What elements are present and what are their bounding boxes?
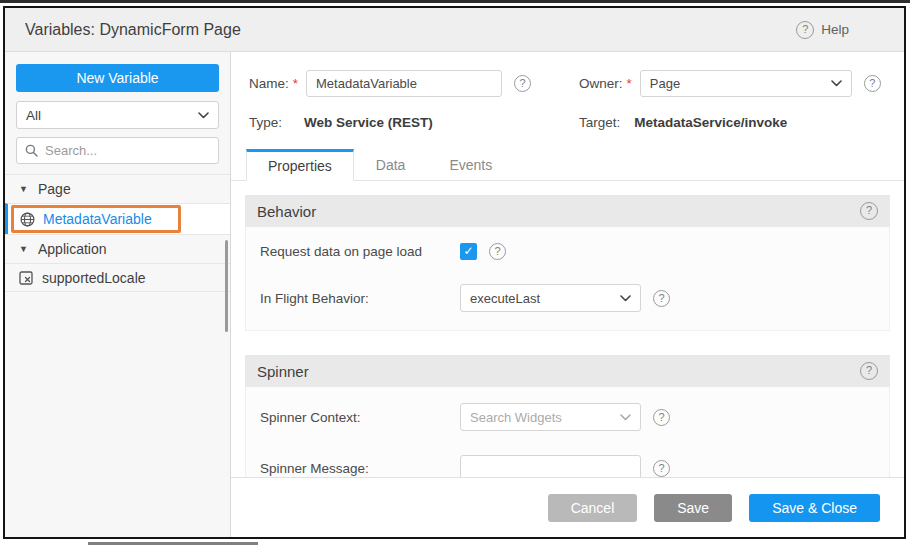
tree-group-application[interactable]: ▼ Application [5, 234, 230, 263]
caret-down-icon[interactable]: ▼ [19, 184, 29, 194]
variable-filter-select[interactable]: All [16, 101, 219, 129]
tree-item-label: supportedLocale [42, 270, 146, 286]
detail-tabbar: Properties Data Events [231, 148, 904, 181]
variable-detail-panel: Name: * ? Owner: * Page [231, 52, 904, 537]
sidebar-scrollbar-thumb[interactable] [225, 240, 228, 332]
cancel-button[interactable]: Cancel [548, 494, 638, 522]
request-data-help-icon[interactable]: ? [489, 243, 506, 260]
search-icon [25, 144, 38, 157]
spinner-context-row: Spinner Context: Search Widgets ? [246, 391, 889, 443]
in-flight-help-icon[interactable]: ? [653, 290, 670, 307]
in-flight-label: In Flight Behavior: [260, 291, 460, 306]
name-label: Name: [249, 76, 289, 91]
variables-dialog: Variables: DynamicForm Page ? Help New V… [3, 6, 906, 539]
required-asterisk: * [627, 76, 632, 91]
spinner-context-label: Spinner Context: [260, 410, 460, 425]
request-data-row: Request data on page load ✓ ? [246, 231, 889, 272]
target-value: MetadataService/invoke [634, 115, 787, 130]
target-label: Target: [579, 115, 620, 130]
dialog-title: Variables: DynamicForm Page [25, 21, 241, 39]
name-input[interactable] [306, 70, 502, 97]
behavior-section: Behavior ? Request data on page load ✓ ?… [245, 195, 890, 331]
variables-sidebar: New Variable All ▼ Page [5, 52, 231, 537]
in-flight-select-value: executeLast [470, 291, 620, 306]
save-and-close-button[interactable]: Save & Close [749, 494, 880, 522]
chevron-down-icon [831, 80, 842, 87]
chevron-down-icon [620, 414, 631, 421]
owner-label: Owner: [579, 76, 623, 91]
behavior-help-icon[interactable]: ? [860, 202, 878, 220]
owner-select[interactable]: Page [640, 70, 852, 97]
new-variable-button[interactable]: New Variable [16, 64, 219, 92]
spinner-section-header: Spinner ? [245, 355, 890, 387]
spinner-message-input[interactable] [460, 455, 641, 477]
tab-properties[interactable]: Properties [246, 149, 354, 181]
variable-summary-form: Name: * ? Owner: * Page [231, 52, 904, 134]
spinner-context-select[interactable]: Search Widgets [460, 403, 641, 431]
in-flight-row: In Flight Behavior: executeLast ? [246, 272, 889, 324]
tree-group-page[interactable]: ▼ Page [5, 174, 230, 203]
type-value: Web Service (REST) [304, 115, 433, 130]
tab-data[interactable]: Data [354, 150, 428, 181]
tab-events[interactable]: Events [427, 150, 514, 181]
tree-group-label: Application [38, 241, 107, 257]
spinner-section: Spinner ? Spinner Context: Search Widget… [245, 355, 890, 477]
dialog-footer: Cancel Save Save & Close [231, 477, 904, 537]
tree-item-label: MetadataVariable [43, 211, 152, 227]
tree-item-metadatavariable[interactable]: MetadataVariable [5, 203, 230, 234]
type-label: Type: [249, 115, 282, 130]
background-app-remnant-top [0, 0, 910, 3]
spinner-context-help-icon[interactable]: ? [653, 409, 670, 426]
tree-item-supportedlocale[interactable]: supportedLocale [5, 263, 230, 292]
variable-filter-value: All [26, 108, 198, 123]
chevron-down-icon [198, 112, 209, 119]
behavior-section-title: Behavior [257, 203, 860, 220]
save-button[interactable]: Save [654, 494, 732, 522]
in-flight-select[interactable]: executeLast [460, 284, 641, 312]
spinner-message-row: Spinner Message: ? [246, 443, 889, 477]
spinner-section-title: Spinner [257, 363, 860, 380]
background-app-remnant-bottom [88, 542, 258, 545]
variable-search-input[interactable] [45, 143, 210, 158]
owner-help-icon[interactable]: ? [864, 75, 881, 92]
variables-tree: ▼ Page MetadataVariable ▼ Application [5, 174, 230, 292]
dialog-header: Variables: DynamicForm Page ? Help [5, 8, 904, 52]
caret-down-icon[interactable]: ▼ [19, 244, 29, 254]
chevron-down-icon [620, 295, 631, 302]
name-help-icon[interactable]: ? [514, 75, 531, 92]
model-variable-icon [19, 271, 33, 285]
annotation-highlight-box: MetadataVariable [11, 205, 181, 233]
tree-group-label: Page [38, 181, 71, 197]
web-service-variable-globe-icon [20, 212, 35, 227]
spinner-message-label: Spinner Message: [260, 461, 460, 476]
owner-select-value: Page [650, 76, 831, 91]
spinner-help-icon[interactable]: ? [860, 362, 878, 380]
request-data-checkbox[interactable]: ✓ [460, 243, 477, 260]
help-button[interactable]: ? Help [796, 21, 849, 39]
help-question-icon: ? [796, 21, 814, 39]
spinner-message-help-icon[interactable]: ? [653, 460, 670, 477]
help-label: Help [821, 22, 849, 37]
behavior-section-header: Behavior ? [245, 195, 890, 227]
request-data-label: Request data on page load [260, 244, 460, 259]
required-asterisk: * [293, 76, 298, 91]
spinner-context-placeholder: Search Widgets [470, 410, 620, 425]
properties-tab-content: Behavior ? Request data on page load ✓ ?… [231, 181, 904, 477]
variable-search-box[interactable] [16, 137, 219, 164]
